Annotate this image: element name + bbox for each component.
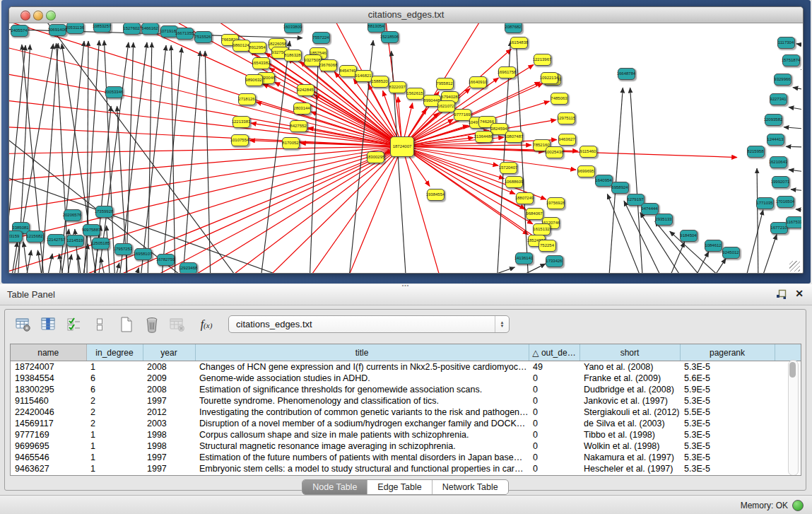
graph-node[interactable]: 15218506 xyxy=(381,31,399,43)
cell-pagerank[interactable]: 5.9E-5 xyxy=(680,384,775,395)
graph-node[interactable]: 10853257 xyxy=(93,23,111,33)
table-header-row[interactable]: namein_degreeyeartitle△ out_de…shortpage… xyxy=(11,344,801,361)
graph-node[interactable]: 16961758 xyxy=(498,66,516,78)
column-header-in_degree[interactable]: in_degree xyxy=(86,344,143,361)
cell-name[interactable]: 9777169 xyxy=(11,429,86,440)
cell-pagerank[interactable]: 5.3E-5 xyxy=(680,440,775,452)
scrollbar-thumb[interactable] xyxy=(789,362,796,378)
graph-node[interactable]: 2718126 xyxy=(238,93,256,105)
cell-out_degree[interactable]: 0 xyxy=(529,440,579,452)
graph-node[interactable]: 16648784 xyxy=(618,68,635,80)
graph-node[interactable]: 15720407 xyxy=(500,162,517,174)
graph-node[interactable]: 8170052 xyxy=(282,137,300,149)
table-row[interactable]: 946362711997Embryonic stem cells: a mode… xyxy=(11,463,801,474)
column-header-title[interactable]: title xyxy=(195,344,529,361)
cell-in_degree[interactable]: 2 xyxy=(86,407,143,418)
graph-node[interactable]: 1084612 xyxy=(705,240,722,252)
graph-node[interactable]: 1244413 xyxy=(767,134,784,146)
graph-node[interactable]: 12093582 xyxy=(765,114,782,126)
cell-pagerank[interactable]: 5.3E-5 xyxy=(680,429,775,440)
graph-node[interactable]: 16154838 xyxy=(510,37,528,49)
graph-node[interactable]: 9146821 xyxy=(355,70,372,82)
cell-year[interactable]: 2009 xyxy=(143,373,195,384)
table-row[interactable]: 1872400712008Changes of HCN gene express… xyxy=(11,361,801,373)
graph-node[interactable]: 752254 xyxy=(539,240,556,252)
cell-name[interactable]: 22420046 xyxy=(11,407,86,418)
cell-title[interactable]: Corpus callosum shape and size in male p… xyxy=(195,429,529,440)
cell-title[interactable]: Embryonic stem cells: a model to study s… xyxy=(195,463,529,474)
graph-node[interactable]: 30691406 xyxy=(49,24,66,36)
graph-node[interactable]: 8912954 xyxy=(249,42,266,54)
graph-node[interactable]: 10025438 xyxy=(546,146,563,158)
cell-short[interactable]: de Silva et al. (2003) xyxy=(579,418,680,429)
cell-year[interactable]: 2008 xyxy=(143,361,195,373)
cell-title[interactable]: Estimation of significance thresholds fo… xyxy=(195,384,529,395)
table-vertical-scrollbar[interactable] xyxy=(788,360,799,476)
graph-node[interactable]: 9184504 xyxy=(680,230,698,242)
graph-node[interactable]: 9684067 xyxy=(526,208,543,220)
graph-node[interactable]: 16782759 xyxy=(157,254,175,266)
cell-name[interactable]: 9115460 xyxy=(11,395,86,407)
memory-ok-indicator-icon[interactable] xyxy=(792,500,804,511)
close-panel-icon[interactable]: ✕ xyxy=(795,288,804,299)
cell-pagerank[interactable]: 5.3E-5 xyxy=(680,418,775,429)
cell-out_degree[interactable]: 49 xyxy=(529,361,579,373)
graph-node[interactable]: 2405574 xyxy=(11,25,28,37)
graph-node[interactable]: 1615132 xyxy=(533,223,551,235)
clear-selection-icon[interactable] xyxy=(90,315,110,334)
graph-node[interactable]: 1527602 xyxy=(123,23,141,35)
graph-node[interactable]: 8454749 xyxy=(339,65,357,77)
delete-column-icon[interactable] xyxy=(142,315,162,334)
cell-pagerank[interactable]: 5.3E-5 xyxy=(680,463,775,474)
cell-pagerank[interactable]: 5.3E-5 xyxy=(680,361,775,373)
graph-node[interactable]: 12975115 xyxy=(558,112,575,124)
graph-node[interactable]: 19384554 xyxy=(427,189,445,201)
tab-node-table[interactable]: Node Table xyxy=(302,480,367,494)
graph-node[interactable]: 1562615 xyxy=(406,88,424,100)
cell-short[interactable]: Dudbridge et al. (2008) xyxy=(579,384,680,395)
cell-out_degree[interactable]: 0 xyxy=(529,463,579,474)
graph-node[interactable]: 16958107 xyxy=(134,248,152,260)
cell-out_degree[interactable]: 0 xyxy=(529,429,579,440)
table-row[interactable]: 977716911998Corpus callosum shape and si… xyxy=(11,429,801,440)
cell-in_degree[interactable]: 1 xyxy=(86,440,143,452)
cell-name[interactable]: 9463627 xyxy=(11,463,86,474)
cell-year[interactable]: 1997 xyxy=(143,463,195,474)
graph-node[interactable]: 8322037 xyxy=(389,81,406,93)
graph-node[interactable]: 9860124 xyxy=(233,40,250,52)
graph-node[interactable]: 1214519 xyxy=(66,235,84,247)
cell-name[interactable]: 9465546 xyxy=(11,452,86,463)
float-panel-icon[interactable] xyxy=(776,289,787,300)
graph-node[interactable]: 18807249 xyxy=(516,192,534,204)
cell-year[interactable]: 2003 xyxy=(143,418,195,429)
cell-in_degree[interactable]: 6 xyxy=(86,373,143,384)
graph-node[interactable]: 9115460 xyxy=(579,146,597,158)
cell-in_degree[interactable]: 1 xyxy=(86,429,143,440)
cell-year[interactable]: 1997 xyxy=(143,395,195,407)
select-all-icon[interactable] xyxy=(64,315,84,334)
graph-node[interactable]: 20053346 xyxy=(105,86,123,98)
cell-in_degree[interactable]: 1 xyxy=(86,361,143,373)
graph-node[interactable]: 1771035 xyxy=(756,197,774,209)
graph-node[interactable]: 1733426 xyxy=(546,255,563,267)
table-row[interactable]: 969969511998Structural magnetic resonanc… xyxy=(11,440,801,452)
column-header-out_degree[interactable]: △ out_de… xyxy=(529,344,579,361)
function-builder-icon[interactable]: f(x) xyxy=(194,315,218,334)
cell-in_degree[interactable]: 1 xyxy=(86,452,143,463)
cell-short[interactable]: Nakamura et al. (1997) xyxy=(579,452,680,463)
graph-node[interactable]: 17359928 xyxy=(95,206,113,218)
graph-node[interactable]: 16671355 xyxy=(176,28,194,40)
graph-node[interactable]: 8186328 xyxy=(284,49,302,62)
graph-node[interactable]: 1588520 xyxy=(371,76,389,88)
graph-node[interactable]: 9474444 xyxy=(641,203,659,215)
graph-node[interactable]: 12923468 xyxy=(180,262,197,274)
cell-short[interactable]: Tibbo et al. (1998) xyxy=(579,429,680,440)
cell-title[interactable]: Changes of HCN gene expression and I(f) … xyxy=(195,361,529,373)
panel-splitter-handle[interactable]: ••• xyxy=(398,284,413,287)
create-column-icon[interactable] xyxy=(117,315,136,334)
graph-node[interactable]: 20206576 xyxy=(64,209,81,221)
graph-node[interactable]: 16543382 xyxy=(252,57,270,69)
table-row[interactable]: 2242004622012Investigating the contribut… xyxy=(11,407,801,418)
column-header-year[interactable]: year xyxy=(143,344,195,361)
graph-node[interactable]: 15751874 xyxy=(782,54,800,66)
